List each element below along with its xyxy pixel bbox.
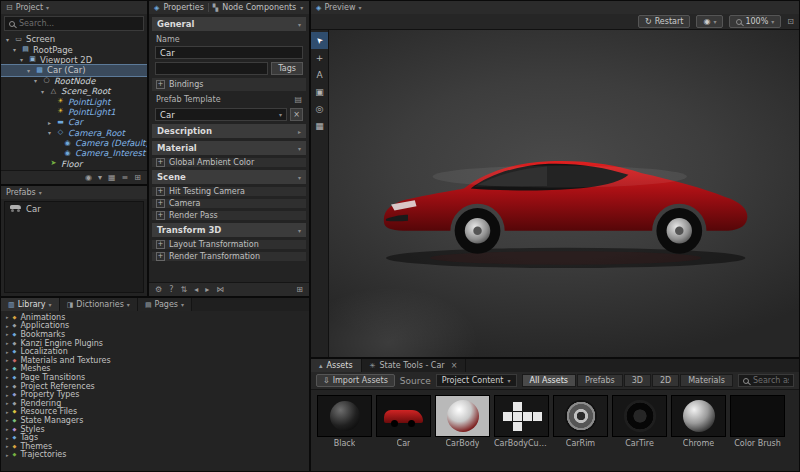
tab-properties[interactable]: Properties [163,3,203,12]
add-icon[interactable] [156,158,165,167]
source-dropdown[interactable]: Project Content ▾ [436,374,517,387]
asset-filter-button[interactable]: 2D [652,374,679,387]
expander-icon[interactable]: ▾ [18,56,25,63]
tree-item[interactable]: ▾ Camera_Root [1,128,147,138]
expander-icon[interactable]: ▸ [6,349,9,355]
grid-view-icon[interactable]: ▦ [108,173,116,182]
property-group-row[interactable]: Global Ambient Color [152,158,306,167]
tags-button[interactable]: Tags [271,62,303,75]
tab-state-tools[interactable]: State Tools - Car × [362,359,467,372]
asset-item[interactable]: CarTire [612,395,667,466]
expander-icon[interactable]: ▸ [6,392,9,398]
tab-dictionaries[interactable]: Dictionaries ▾ [60,298,138,311]
chevron-down-icon[interactable]: ▾ [39,189,42,196]
forward-icon[interactable]: ▸ [205,285,209,294]
expander-icon[interactable]: ▾ [32,77,39,84]
tree-item[interactable]: ▾ Scene_Root [1,86,147,96]
visibility-dropdown[interactable]: ◉ ▾ [696,15,723,28]
library-item[interactable]: ▸ Styles [1,425,309,434]
project-search-input[interactable] [19,19,139,28]
asset-item[interactable]: Chrome [671,395,726,466]
library-item[interactable]: ▸ Materials and Textures [1,356,309,365]
list-view-icon[interactable]: ≡ [122,173,129,182]
expander-icon[interactable]: ▾ [4,36,11,43]
expander-icon[interactable]: ▾ [39,88,46,95]
library-item[interactable]: ▸ Localization [1,347,309,356]
asset-filter-button[interactable]: Prefabs [577,374,623,387]
library-item[interactable]: ▸ Property Types [1,390,309,399]
tree-item[interactable]: ▾ Car (Car) [1,65,147,75]
restart-button[interactable]: ↻ Restart [638,15,690,28]
section-scene[interactable]: Scene ▾ [152,170,306,184]
fullscreen-icon[interactable]: ⊡ [787,17,794,26]
chevron-down-icon[interactable]: ▾ [46,4,49,11]
library-item[interactable]: ▸ Project References [1,382,309,391]
section-material[interactable]: Material ▾ [152,141,306,155]
expander-icon[interactable]: ▸ [6,443,9,449]
clear-template-button[interactable]: × [290,108,303,121]
asset-item[interactable]: CarBodyCubema... [494,395,549,466]
preview-viewport[interactable] [329,30,799,357]
tree-item[interactable]: ▾ Screen [1,34,147,44]
expander-icon[interactable]: ▸ [6,452,9,458]
visibility-icon[interactable]: ◉ [85,173,92,182]
section-general[interactable]: General ▾ [152,17,306,31]
columns-view-icon[interactable]: ⊞ [134,173,141,182]
expander-icon[interactable]: ▸ [6,383,9,389]
library-item[interactable]: ▸ Rendering [1,399,309,408]
tree-item[interactable]: ▾ Viewport 2D [1,55,147,65]
preview-tool[interactable]: ◎ [311,100,328,117]
chevron-down-icon[interactable]: ▾ [359,4,362,11]
preview-tool[interactable]: A [311,66,328,83]
asset-filter-button[interactable]: 3D [624,374,651,387]
asset-item[interactable]: Black [317,395,372,466]
help-icon[interactable]: ? [169,285,173,294]
tab-pages[interactable]: Pages ▾ [138,298,192,311]
expander-icon[interactable]: ▸ [6,374,9,380]
tags-field[interactable] [155,62,268,75]
section-description[interactable]: Description ▸ [152,124,306,138]
library-item[interactable]: ▸ Kanzi Engine Plugins [1,339,309,348]
back-icon[interactable]: ◂ [194,285,198,294]
chevron-down-icon[interactable]: ▾ [300,4,303,11]
tree-item[interactable]: Camera_Interest [1,148,147,158]
section-transform-3d[interactable]: Transform 3D ▾ [152,223,306,237]
tree-item[interactable]: Floor [1,159,147,169]
asset-item[interactable]: CarRim [553,395,608,466]
expander-icon[interactable]: ▸ [6,400,9,406]
library-item[interactable]: ▸ Themes [1,442,309,451]
library-item[interactable]: ▸ Meshes [1,365,309,374]
library-item[interactable]: ▸ Bookmarks [1,330,309,339]
property-group-row[interactable]: Hit Testing Camera [152,187,306,196]
expander-icon[interactable]: ▸ [6,340,9,346]
preview-tool[interactable]: ➤ [311,32,328,49]
add-icon[interactable] [156,252,165,261]
add-icon[interactable] [156,211,165,220]
tree-item[interactable]: ▾ RootNode [1,76,147,86]
tab-library[interactable]: Library ▾ [1,298,60,311]
expander-icon[interactable]: ▸ [6,314,9,320]
add-icon[interactable] [156,187,165,196]
asset-item[interactable]: Car [376,395,431,466]
prefabs-panel-header[interactable]: Prefabs ▾ [1,186,147,199]
preview-tool[interactable]: ▦ [311,117,328,134]
library-item[interactable]: ▸ Applications [1,322,309,331]
tree-item[interactable]: PointLight1 [1,107,147,117]
expander-icon[interactable]: ▸ [6,357,9,363]
library-item[interactable]: ▸ Tags [1,433,309,442]
expander-icon[interactable]: ▸ [6,435,9,441]
property-group-row[interactable]: Render Transformation [152,252,306,261]
library-item[interactable]: ▸ Resource Files [1,408,309,417]
expander-icon[interactable]: ▸ [6,366,9,372]
add-icon[interactable] [156,80,165,89]
property-group-row[interactable]: Camera [152,199,306,208]
name-field[interactable]: Car [155,46,303,59]
expander-icon[interactable]: ▾ [46,129,53,136]
project-panel-header[interactable]: ⊟ Project ▾ [1,1,147,14]
asset-filter-button[interactable]: Materials [680,374,733,387]
tree-item[interactable]: ▸ Car [1,117,147,127]
prefab-item[interactable]: Car [5,202,143,215]
tree-item[interactable]: Camera (Default) [1,138,147,148]
tree-item[interactable]: PointLight [1,96,147,106]
gear-icon[interactable]: ⚙ [155,285,162,294]
